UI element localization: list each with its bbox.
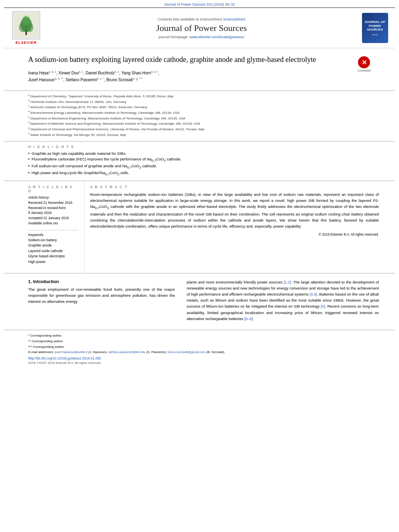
email-passerini[interactable]: stefano.passerini@kit.edu (108, 350, 145, 354)
keyword-5: High-power (28, 259, 78, 265)
highlight-4: • High power and long-cycle life Graphit… (28, 170, 371, 176)
sciencedirect-link[interactable]: ScienceDirect (223, 17, 246, 21)
available-online: Available online xxx (28, 221, 78, 226)
ref-6-8: [6–8] (245, 316, 253, 321)
affiliation-h: h Italian Institute of Technology, Via M… (28, 132, 371, 138)
article-info-label: A R T I C L E I N F O (28, 185, 78, 193)
article-title-block: A sodium-ion battery exploiting layered … (28, 55, 355, 86)
author-hassoun: Jusef Hassouna, h, **, (28, 78, 66, 82)
bullet-icon: • (28, 170, 30, 175)
affiliation-d: d Electrochemical Energy Laboratory, Mas… (28, 110, 371, 115)
highlights-label: H I G H L I G H T S (28, 145, 371, 149)
journal-title-block: Contents lists available at ScienceDirec… (44, 17, 359, 39)
copyright-text: © 2016 Elsevier B.V. All rights reserved… (90, 232, 379, 236)
intro-left-text: The great employment of non-renewable fo… (28, 286, 175, 305)
author-shaohorn: Yang Shao-Hornd, e, f, (121, 71, 159, 75)
author-scrosati: Bruno Scrosatib, g, *** (107, 78, 142, 82)
journal-volume-text: Journal of Power Sources 310 (2016) 26–3… (164, 2, 235, 6)
keyword-2: Graphite anode (28, 243, 78, 249)
abstract-label: A B S T R A C T (90, 185, 379, 189)
intro-left-col: 1. Introduction The great employment of … (4, 273, 181, 326)
journal-homepage-line: journal homepage: www.elsevier.com/locat… (44, 35, 359, 39)
badge-subtitle: ■ ■ ■ (372, 33, 378, 36)
affiliation-c: c Karlsruhe Institute of Technology (KIT… (28, 104, 371, 110)
history-label: Article history: (28, 195, 78, 199)
affiliation-a: a Department of Chemistry, "Sapienza" Un… (28, 93, 371, 99)
homepage-prefix: journal homepage: (158, 35, 189, 39)
bullet-icon: • (28, 164, 30, 168)
footer-issn: 0378-7753/© 2016 Elsevier B.V. All right… (28, 361, 371, 365)
keywords-block: Keywords: Sodium-ion battery Graphite an… (28, 233, 78, 265)
ref-3-4: [3,4] (310, 292, 317, 296)
affiliation-e: e Department of Mechanical Engineering, … (28, 115, 371, 121)
article-history: Article history: Received 21 November 20… (28, 195, 78, 226)
highlight-3: • Full sodium-ion cell composed of graph… (28, 164, 371, 169)
intro-section-number: 1. Introduction (28, 279, 175, 284)
intro-right-col: plants and more environmentally friendly… (181, 273, 395, 326)
article-title: A sodium-ion battery exploiting layered … (28, 55, 355, 64)
footer-emails: E-mail addresses: jusef.hassoun@unife.it… (28, 350, 371, 354)
article-info-col: A R T I C L E I N F O Article history: R… (4, 181, 84, 273)
footnote-3: *** Corresponding author. (28, 345, 371, 349)
article-authors: Ivana Hasaa, b, c, Xinwei Doub, c, Danie… (28, 69, 355, 83)
footer-section: * Corresponding author. ** Corresponding… (4, 330, 395, 367)
email-scrosati[interactable]: bruno.scrosati@gmail.com (167, 350, 206, 354)
abstract-text: Room-temperature rechargeable sodium-ion… (90, 191, 379, 230)
keyword-3: Layered oxide cathode (28, 249, 78, 254)
journal-badge: JOURNAL OF POWER SOURCES ■ ■ ■ (362, 13, 388, 43)
journal-main-title: Journal of Power Sources (44, 23, 359, 33)
ref-1-2: [1,2] (284, 280, 291, 284)
footnote-1: * Corresponding author. (28, 333, 371, 338)
revised-date: 9 January 2016 (28, 210, 78, 216)
affiliations-block: a Department of Chemistry, "Sapienza" Un… (4, 91, 395, 142)
ref-5: [5] (321, 304, 325, 308)
article-info-abstract: A R T I C L E I N F O Article history: R… (4, 181, 395, 273)
journal-volume-line: Journal of Power Sources 310 (2016) 26–3… (0, 0, 399, 7)
keywords-label: Keywords: (28, 233, 78, 237)
abstract-col: A B S T R A C T Room-temperature recharg… (84, 181, 395, 273)
highlight-text-1: Graphite as high rate capability anode m… (32, 151, 127, 156)
svg-point-5 (22, 16, 30, 25)
highlights-section: H I G H L I G H T S • Graphite as high r… (4, 142, 395, 181)
homepage-link[interactable]: www.elsevier.com/locate/jpowsour (189, 35, 245, 39)
highlight-1: • Graphite as high rate capability anode… (28, 151, 371, 156)
crossmark-label: CrossMark (357, 69, 371, 72)
sciencedirect-text: Contents lists available at ScienceDirec… (158, 17, 222, 21)
accepted-date: Accepted 22 January 2016 (28, 216, 78, 221)
journal-header: ELSEVIER Contents lists available at Sci… (4, 7, 395, 48)
email-hassoun[interactable]: jusef.hassoun@unife.it (55, 350, 87, 354)
bullet-icon: • (28, 157, 30, 161)
intro-right-text: plants and more environmentally friendly… (187, 279, 379, 322)
elsevier-logo-block: ELSEVIER (8, 11, 44, 45)
keyword-4: Glyme based electrolyte (28, 254, 78, 259)
affiliation-b: b Helmholtz Institute Ulm, Helmholtzstra… (28, 99, 371, 105)
highlight-text-2: Fluoroethylene carbonate (FEC) improves … (32, 157, 181, 162)
elsevier-wordmark: ELSEVIER (16, 41, 37, 45)
crossmark-block: ✕ CrossMark (355, 55, 371, 72)
author-passerini: Stefano Passerinib, c, *, (66, 78, 107, 82)
footnote-2: ** Corresponding author. (28, 339, 371, 344)
highlight-text-4: High power and long-cycle life Graphite/… (32, 170, 129, 176)
author-hasa: Ivana Hasaa, b, c, (28, 71, 58, 75)
received-revised-label: Received in revised form (28, 205, 78, 211)
received-date: Received 21 November 2015 (28, 200, 78, 205)
page: Journal of Power Sources 310 (2016) 26–3… (0, 0, 399, 532)
info-divider (28, 230, 78, 230)
badge-title: JOURNAL OF POWER SOURCES (364, 20, 387, 32)
author-dou: Xinwei Doub, c, (58, 71, 85, 75)
footer-doi[interactable]: http://dx.doi.org/10.1016/j.jpowsour.201… (28, 356, 371, 360)
affiliation-g: g Department of Chemical and Pharmaceuti… (28, 126, 371, 132)
crossmark-logo: ✕ CrossMark (357, 56, 371, 72)
bullet-icon: • (28, 151, 30, 156)
author-buchholz: Daniel Buchholzb, c, (86, 71, 121, 75)
sciencedirect-line: Contents lists available at ScienceDirec… (44, 17, 359, 21)
highlight-text-3: Full sodium-ion cell composed of graphit… (32, 164, 157, 169)
journal-badge-block: JOURNAL OF POWER SOURCES ■ ■ ■ (359, 13, 391, 43)
article-header: A sodium-ion battery exploiting layered … (4, 48, 395, 91)
introduction-section: 1. Introduction The great employment of … (4, 273, 395, 330)
elsevier-tree-image (12, 11, 40, 39)
highlight-2: • Fluoroethylene carbonate (FEC) improve… (28, 157, 371, 162)
affiliation-f: f Department of Materials Science and En… (28, 121, 371, 126)
keyword-1: Sodium-ion battery (28, 238, 78, 243)
